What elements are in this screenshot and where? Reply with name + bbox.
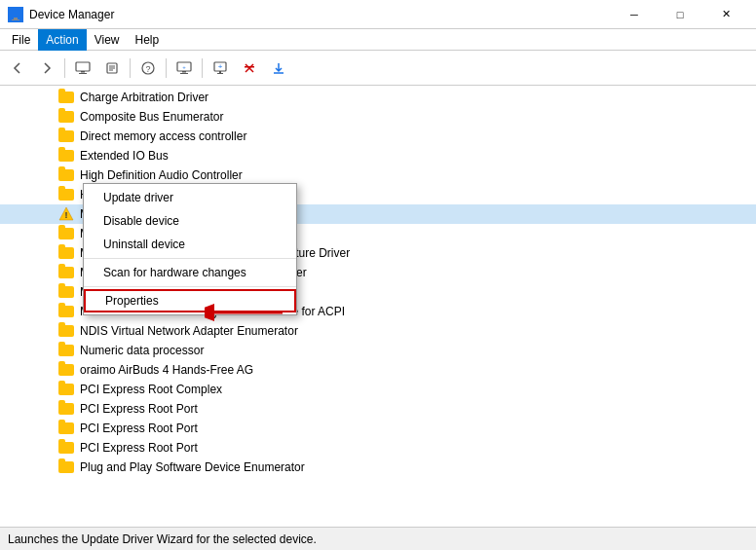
folder-icon: [58, 440, 74, 456]
menu-bar: File Action View Help: [0, 29, 756, 51]
svg-rect-17: [219, 71, 221, 73]
toolbar-separator-2: [130, 58, 131, 78]
list-item[interactable]: Charge Arbitration Driver: [0, 88, 756, 107]
folder-icon: [58, 401, 74, 417]
svg-text:+: +: [218, 62, 223, 71]
monitor-button[interactable]: +: [170, 55, 198, 82]
toolbar-separator-1: [64, 58, 65, 78]
folder-icon: [58, 226, 74, 241]
list-item[interactable]: Numeric data processor: [0, 341, 756, 360]
context-menu-separator-1: [84, 258, 296, 259]
minimize-button[interactable]: ─: [612, 0, 657, 29]
folder-icon: [58, 90, 74, 105]
list-item[interactable]: High Definition Audio Controller: [0, 165, 756, 185]
menu-help[interactable]: Help: [128, 29, 168, 51]
list-item[interactable]: PCI Express Root Port: [0, 438, 756, 458]
maximize-button[interactable]: □: [658, 0, 702, 29]
toolbar: ? + +: [0, 51, 756, 86]
svg-text:+: +: [182, 64, 186, 70]
warning-icon: !: [58, 206, 74, 222]
menu-action[interactable]: Action: [38, 29, 86, 51]
folder-icon: [58, 167, 74, 183]
svg-rect-4: [81, 71, 85, 73]
folder-icon: [58, 187, 74, 202]
svg-rect-0: [10, 9, 21, 18]
list-item[interactable]: oraimo AirBuds 4 Hands-Free AG: [0, 360, 756, 380]
list-item[interactable]: Plug and Play Software Device Enumerator: [0, 458, 756, 477]
folder-icon: [58, 459, 74, 475]
toolbar-separator-4: [202, 58, 203, 78]
svg-text:!: !: [65, 210, 68, 220]
folder-icon: [58, 323, 74, 339]
folder-icon: [58, 128, 74, 144]
add-button[interactable]: +: [207, 55, 234, 82]
back-button[interactable]: [4, 55, 31, 82]
context-menu-disable-device[interactable]: Disable device: [84, 209, 296, 233]
folder-icon: [58, 109, 74, 125]
properties-small-button[interactable]: [98, 55, 126, 82]
folder-icon: [58, 148, 74, 164]
folder-icon: [58, 362, 74, 378]
remove-button[interactable]: [236, 55, 263, 82]
svg-rect-2: [12, 19, 19, 20]
download-button[interactable]: [265, 55, 292, 82]
title-bar: Device Manager ─ □ ✕: [0, 0, 756, 29]
svg-text:?: ?: [145, 64, 150, 74]
main-content: Charge Arbitration Driver Composite Bus …: [0, 86, 756, 527]
window-controls: ─ □ ✕: [612, 0, 748, 29]
folder-icon: [58, 343, 74, 358]
context-menu-separator-2: [84, 286, 296, 287]
computer-button[interactable]: [69, 55, 96, 82]
list-item[interactable]: Direct memory access controller: [0, 127, 756, 146]
list-item[interactable]: NDIS Virtual Network Adapter Enumerator: [0, 321, 756, 341]
folder-icon: [58, 245, 74, 261]
context-menu-update-driver[interactable]: Update driver: [84, 186, 296, 209]
svg-rect-5: [79, 73, 87, 74]
help-button[interactable]: ?: [134, 55, 162, 82]
folder-icon: [58, 304, 74, 319]
folder-icon: [58, 284, 74, 300]
menu-view[interactable]: View: [87, 29, 128, 51]
folder-icon: [58, 421, 74, 436]
svg-rect-1: [14, 18, 18, 19]
status-text: Launches the Update Driver Wizard for th…: [8, 532, 317, 546]
folder-icon: [58, 265, 74, 280]
list-item[interactable]: Extended IO Bus: [0, 146, 756, 165]
menu-file[interactable]: File: [4, 29, 38, 51]
context-menu-scan-hardware[interactable]: Scan for hardware changes: [84, 261, 296, 284]
list-item[interactable]: PCI Express Root Port: [0, 419, 756, 438]
context-menu-uninstall-device[interactable]: Uninstall device: [84, 233, 296, 256]
context-menu-properties[interactable]: Properties: [84, 289, 296, 312]
svg-rect-3: [76, 62, 90, 71]
forward-button[interactable]: [33, 55, 60, 82]
list-item[interactable]: Composite Bus Enumerator: [0, 107, 756, 127]
close-button[interactable]: ✕: [703, 0, 748, 29]
list-item[interactable]: PCI Express Root Port: [0, 399, 756, 419]
status-bar: Launches the Update Driver Wizard for th…: [0, 527, 756, 550]
toolbar-separator-3: [166, 58, 167, 78]
window-title: Device Manager: [29, 8, 612, 21]
device-list[interactable]: Charge Arbitration Driver Composite Bus …: [0, 86, 756, 527]
svg-rect-13: [182, 71, 186, 73]
folder-icon: [58, 382, 74, 397]
list-item[interactable]: PCI Express Root Complex: [0, 380, 756, 399]
app-icon: [8, 7, 23, 22]
context-menu: Update driver Disable device Uninstall d…: [83, 183, 297, 315]
svg-rect-18: [217, 73, 223, 74]
svg-rect-14: [180, 73, 188, 74]
